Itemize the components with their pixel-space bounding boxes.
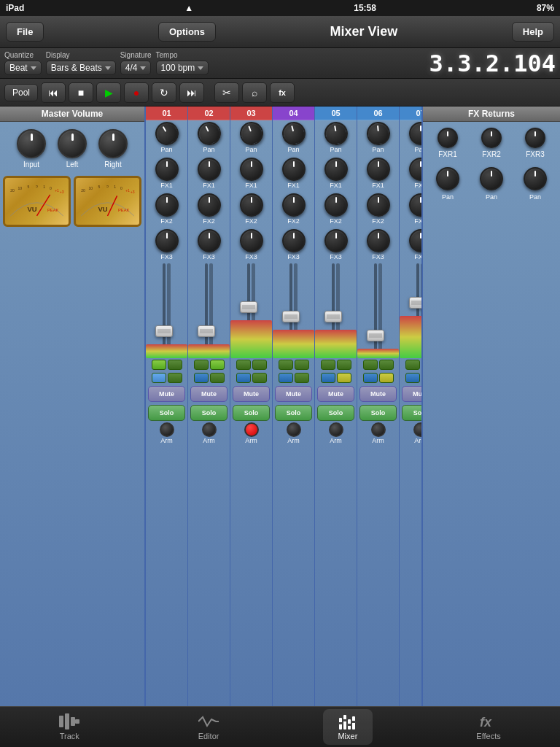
ch07-btn3[interactable] [405, 373, 420, 383]
ch06-fader[interactable] [367, 330, 384, 341]
ch07-pan-knob[interactable] [409, 122, 422, 145]
nav-effects[interactable]: fx Effects [462, 709, 515, 745]
ch05-btn3[interactable] [321, 373, 335, 383]
stop-button[interactable]: ■ [69, 82, 93, 103]
ch06-fx3-knob[interactable] [367, 229, 390, 252]
ch05-btn1[interactable] [321, 360, 335, 370]
ch02-fader[interactable] [198, 325, 215, 337]
ch03-btn1[interactable] [236, 360, 251, 370]
ch06-btn4[interactable] [379, 373, 394, 383]
ch06-btn2[interactable] [379, 360, 394, 370]
fxr3-knob[interactable] [525, 128, 545, 148]
ch05-arm-knob[interactable] [329, 422, 343, 437]
tempo-select[interactable]: 100 bpm [156, 61, 209, 75]
ch01-btn3[interactable] [152, 373, 166, 383]
options-button[interactable]: Options [158, 22, 216, 42]
ch03-pan-knob[interactable] [236, 118, 266, 148]
ch02-btn1[interactable] [194, 360, 209, 370]
ch06-fx1-knob[interactable] [367, 158, 390, 181]
fxr1-pan-knob[interactable] [436, 167, 459, 190]
search-button[interactable]: ⌕ [242, 82, 267, 103]
ch07-solo[interactable]: Solo [402, 405, 421, 421]
ch04-fader[interactable] [282, 311, 300, 322]
ch06-solo[interactable]: Solo [359, 405, 397, 421]
ch01-btn1[interactable] [152, 360, 166, 370]
ch07-mute[interactable]: Mute [402, 386, 421, 402]
ch04-pan-knob[interactable] [279, 119, 308, 147]
fx-button[interactable]: fx [270, 82, 295, 103]
ch06-arm-knob[interactable] [371, 422, 386, 437]
ch02-pan-knob[interactable] [193, 118, 225, 150]
nav-editor[interactable]: Editor [184, 709, 234, 745]
right-knob[interactable] [98, 129, 128, 158]
ch03-arm-knob[interactable] [244, 422, 259, 437]
ch04-btn3[interactable] [279, 373, 293, 383]
ch01-mute[interactable]: Mute [148, 386, 185, 402]
ch04-fx3-knob[interactable] [282, 229, 306, 252]
ch01-pan-knob[interactable] [151, 117, 183, 150]
ch03-btn3[interactable] [236, 373, 251, 383]
ch05-mute[interactable]: Mute [317, 386, 354, 402]
scissors-button[interactable]: ✂ [214, 82, 239, 103]
ch03-btn4[interactable] [252, 373, 267, 383]
ch05-pan-knob[interactable] [322, 120, 349, 147]
fxr2-pan-knob[interactable] [480, 167, 503, 190]
ch03-fx2-knob[interactable] [240, 193, 263, 217]
ch04-fx1-knob[interactable] [282, 158, 306, 181]
ch04-solo[interactable]: Solo [275, 405, 312, 421]
ch02-fx3-knob[interactable] [198, 229, 221, 252]
ch05-fx1-knob[interactable] [324, 158, 348, 181]
ch06-mute[interactable]: Mute [359, 386, 397, 402]
ch01-fx3-knob[interactable] [155, 229, 179, 252]
ch02-btn3[interactable] [194, 373, 209, 383]
fxr1-knob[interactable] [438, 128, 458, 148]
ch05-fader[interactable] [324, 311, 342, 322]
rewind-button[interactable]: ⏮ [41, 82, 66, 103]
ch07-btn1[interactable] [405, 360, 420, 370]
input-knob[interactable] [17, 129, 46, 158]
fxr2-knob[interactable] [481, 128, 502, 148]
ch02-mute[interactable]: Mute [190, 386, 228, 402]
ch01-solo[interactable]: Solo [148, 405, 185, 421]
ch07-fader[interactable] [409, 297, 421, 309]
file-button[interactable]: File [6, 22, 44, 42]
ch05-fx3-knob[interactable] [324, 229, 348, 252]
ch03-solo[interactable]: Solo [233, 405, 270, 421]
ch06-btn1[interactable] [363, 360, 378, 370]
ch01-btn4[interactable] [168, 373, 182, 383]
ch03-fx3-knob[interactable] [240, 229, 263, 252]
forward-button[interactable]: ⏭ [179, 82, 204, 103]
help-button[interactable]: Help [512, 22, 554, 42]
ch06-fx2-knob[interactable] [367, 193, 390, 217]
ch01-fx1-knob[interactable] [155, 158, 179, 181]
pool-button[interactable]: Pool [4, 84, 38, 101]
nav-mixer[interactable]: Mixer [323, 709, 373, 745]
ch06-pan-knob[interactable] [365, 121, 391, 147]
ch04-btn1[interactable] [279, 360, 293, 370]
ch07-fx2-knob[interactable] [409, 193, 422, 217]
ch03-fx1-knob[interactable] [240, 158, 263, 181]
signature-select[interactable]: 4/4 [120, 61, 152, 75]
ch07-fx3-knob[interactable] [409, 229, 422, 252]
play-button[interactable]: ▶ [96, 82, 121, 103]
record-button[interactable]: ● [124, 82, 149, 103]
quantize-select[interactable]: Beat [4, 61, 42, 75]
ch04-btn4[interactable] [295, 373, 309, 383]
ch02-fx2-knob[interactable] [198, 193, 221, 217]
left-knob[interactable] [58, 129, 87, 158]
ch05-btn4[interactable] [337, 373, 351, 383]
ch03-fader[interactable] [240, 301, 257, 313]
loop-button[interactable]: ↻ [152, 82, 176, 103]
ch03-mute[interactable]: Mute [233, 386, 270, 402]
ch04-mute[interactable]: Mute [275, 386, 312, 402]
ch06-btn3[interactable] [363, 373, 378, 383]
ch01-btn2[interactable] [168, 360, 182, 370]
fxr3-pan-knob[interactable] [524, 167, 547, 190]
ch01-fader[interactable] [155, 325, 173, 337]
ch07-fx1-knob[interactable] [409, 158, 422, 181]
ch02-solo[interactable]: Solo [190, 405, 228, 421]
ch02-btn2[interactable] [210, 360, 225, 370]
ch04-btn2[interactable] [295, 360, 309, 370]
ch07-arm-knob[interactable] [413, 422, 422, 437]
ch04-arm-knob[interactable] [287, 422, 301, 437]
